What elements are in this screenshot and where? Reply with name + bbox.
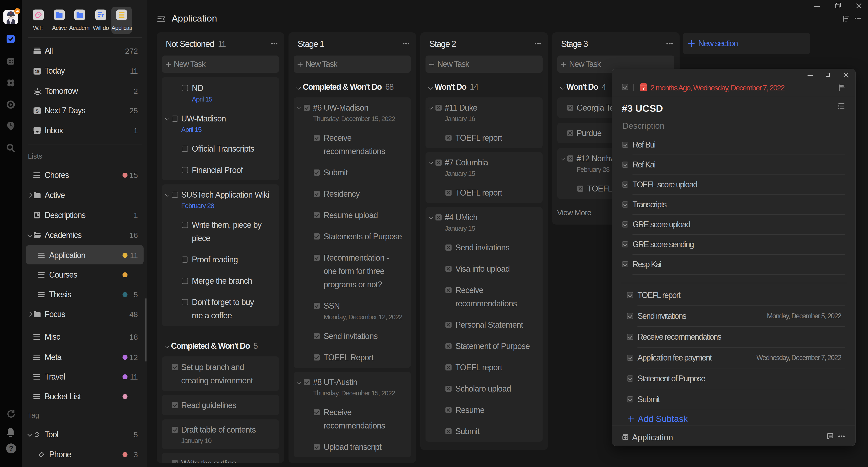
svg-text:S: S: [36, 109, 38, 114]
svg-text:19: 19: [35, 69, 39, 74]
